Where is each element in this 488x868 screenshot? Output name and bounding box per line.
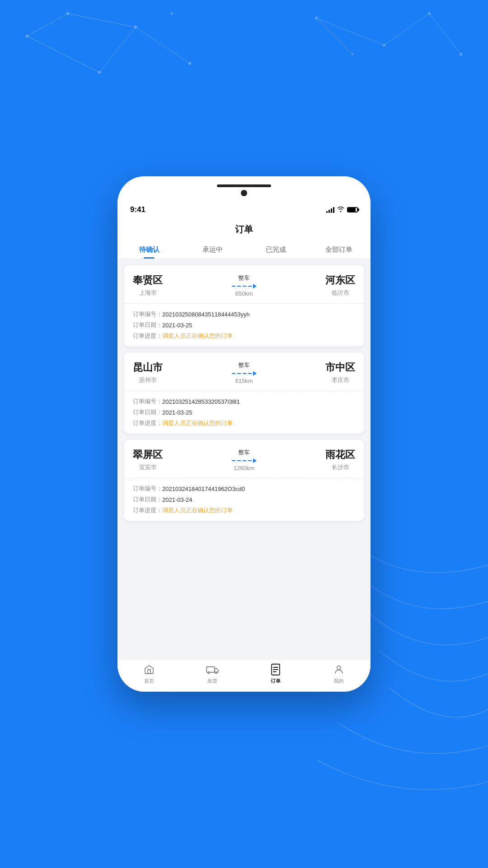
order-date-row: 订单日期： 2021-03-25 — [133, 408, 355, 416]
order-progress-row: 订单进度： 调度人员正在确认您的订单 — [133, 506, 355, 514]
phone-frame: 9:41 — [117, 176, 371, 692]
route-from: 奉贤区 上海市 — [133, 274, 163, 297]
truck-icon — [206, 663, 219, 676]
svg-point-18 — [460, 53, 462, 56]
route-arrow — [231, 284, 257, 288]
nav-mine[interactable]: 我的 — [307, 663, 371, 684]
route-to: 市中区 枣庄市 — [325, 361, 355, 384]
user-icon — [333, 663, 345, 676]
svg-point-8 — [66, 12, 69, 15]
tabs-bar: 待确认 承运中 已完成 全部订单 — [117, 241, 371, 259]
tab-pending[interactable]: 待确认 — [117, 241, 181, 259]
home-icon — [143, 663, 155, 676]
tab-all[interactable]: 全部订单 — [307, 241, 371, 259]
svg-line-14 — [316, 18, 352, 54]
svg-point-5 — [26, 35, 28, 38]
order-details: 订单编号： 20210325142853320537l3l81 订单日期： 20… — [124, 391, 364, 434]
route-to: 河东区 临沂市 — [325, 274, 355, 297]
svg-line-4 — [68, 14, 136, 27]
svg-point-10 — [171, 13, 173, 14]
svg-line-3 — [27, 14, 68, 36]
route-middle: 整车 615km — [231, 361, 257, 384]
order-route: 翠屏区 宜宾市 整车 1260km 雨花区 长沙市 — [124, 440, 364, 478]
svg-line-13 — [429, 14, 461, 54]
nav-home[interactable]: 首页 — [117, 663, 181, 684]
order-card[interactable]: 翠屏区 宜宾市 整车 1260km 雨花区 长沙市 — [124, 440, 364, 521]
svg-line-0 — [27, 36, 99, 72]
battery-icon — [347, 207, 358, 212]
route-from: 昆山市 苏州市 — [133, 361, 163, 384]
order-route: 昆山市 苏州市 整车 615km 市中区 枣庄市 — [124, 353, 364, 391]
order-route: 奉贤区 上海市 整车 650km 河东区 临沂市 — [124, 265, 364, 304]
order-progress-row: 订单进度： 调度人员正在确认您的订单 — [133, 332, 355, 340]
svg-point-15 — [315, 17, 318, 19]
order-date-row: 订单日期： 2021-03-25 — [133, 321, 355, 329]
camera-dot — [241, 190, 247, 196]
route-to: 雨花区 长沙市 — [325, 448, 355, 472]
nav-order[interactable]: 订单 — [244, 663, 307, 684]
svg-line-12 — [384, 14, 429, 45]
svg-point-6 — [98, 71, 101, 74]
svg-point-21 — [208, 672, 210, 674]
order-number-row: 订单编号： 20210324184017441962O3cd0 — [133, 485, 355, 493]
svg-line-2 — [136, 27, 190, 63]
svg-point-16 — [383, 44, 385, 47]
order-number-row: 订单编号： 20210325142853320537l3l81 — [133, 397, 355, 406]
route-arrow — [231, 458, 257, 463]
order-card[interactable]: 昆山市 苏州市 整车 615km 市中区 枣庄市 — [124, 353, 364, 434]
status-icons — [326, 206, 358, 213]
content-area: 奉贤区 上海市 整车 650km 河东区 临沂市 — [117, 259, 371, 659]
svg-point-17 — [428, 12, 431, 15]
tab-in-transit[interactable]: 承运中 — [181, 241, 244, 259]
route-middle: 整车 650km — [231, 274, 257, 297]
page-title: 订单 — [117, 220, 371, 241]
order-number-row: 订单编号： 202103250808435118444453yyh — [133, 310, 355, 318]
order-details: 订单编号： 202103250808435118444453yyh 订单日期： … — [124, 304, 364, 346]
svg-point-22 — [215, 672, 217, 674]
status-time: 9:41 — [130, 205, 145, 214]
order-icon — [269, 663, 282, 676]
svg-point-9 — [188, 62, 191, 65]
signal-icon — [326, 207, 334, 213]
svg-rect-20 — [206, 667, 215, 672]
svg-line-1 — [99, 27, 136, 72]
tab-completed[interactable]: 已完成 — [244, 241, 307, 259]
svg-point-19 — [352, 53, 353, 55]
bottom-nav: 首页 发货 订单 — [117, 659, 371, 692]
route-arrow — [231, 371, 257, 376]
order-card[interactable]: 奉贤区 上海市 整车 650km 河东区 临沂市 — [124, 265, 364, 346]
order-details: 订单编号： 20210324184017441962O3cd0 订单日期： 20… — [124, 478, 364, 521]
order-date-row: 订单日期： 2021-03-24 — [133, 495, 355, 504]
status-bar: 9:41 — [117, 200, 371, 220]
route-middle: 整车 1260km — [231, 448, 257, 472]
svg-point-7 — [134, 26, 137, 28]
notch-pill — [217, 184, 271, 187]
route-from: 翠屏区 宜宾市 — [133, 448, 163, 472]
order-progress-row: 订单进度： 调度人员正在确认您的订单 — [133, 419, 355, 427]
wifi-icon — [337, 206, 344, 213]
svg-line-11 — [316, 18, 384, 45]
nav-ship[interactable]: 发货 — [181, 663, 244, 684]
notch-area: 9:41 — [117, 176, 371, 220]
svg-point-27 — [337, 666, 341, 670]
